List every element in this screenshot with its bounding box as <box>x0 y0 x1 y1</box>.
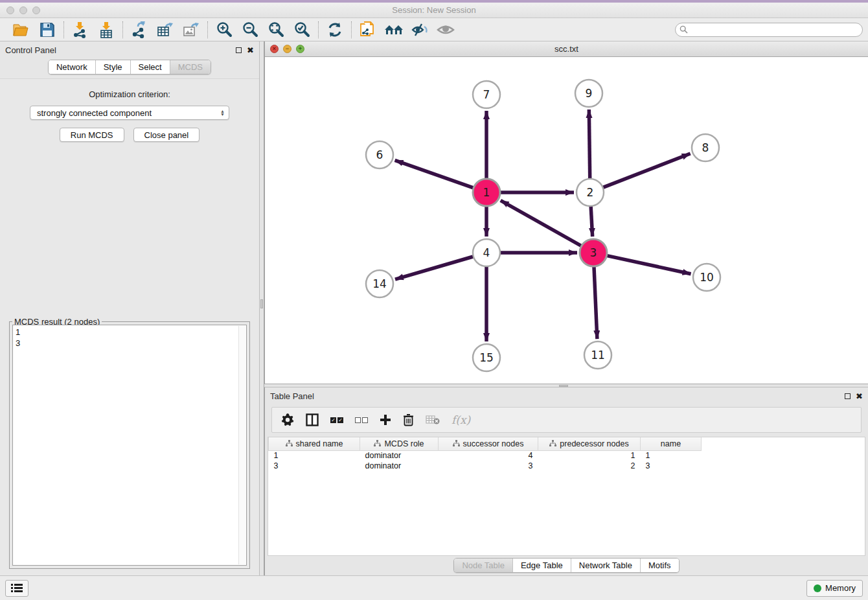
window-traffic-lights[interactable] <box>6 3 40 17</box>
graph-edge-3-10[interactable] <box>604 255 691 274</box>
first-neighbors-button[interactable] <box>384 21 404 39</box>
column-header-predecessor-nodes[interactable]: predecessor nodes <box>538 437 641 450</box>
search-container <box>675 23 863 37</box>
list-icon <box>11 583 23 593</box>
graph-node-label: 14 <box>372 277 387 290</box>
tab-node-table[interactable]: Node Table <box>454 559 513 572</box>
splitter-grip[interactable] <box>559 385 568 387</box>
save-session-icon <box>40 23 54 37</box>
status-bar: Memory <box>0 575 868 600</box>
add-column-icon[interactable] <box>380 414 391 426</box>
float-panel-icon[interactable] <box>236 47 242 53</box>
splitter-grip[interactable] <box>260 299 263 308</box>
maximize-window-icon[interactable] <box>32 6 40 14</box>
graph-edge-3-11[interactable] <box>594 264 597 339</box>
float-panel-icon[interactable] <box>845 393 851 399</box>
tab-network[interactable]: Network <box>49 60 96 74</box>
memory-button[interactable]: Memory <box>806 580 863 597</box>
function-builder-icon[interactable]: f(x) <box>451 413 470 426</box>
delete-column-icon[interactable] <box>403 413 414 426</box>
export-table-icon <box>157 21 174 38</box>
graph-node-9[interactable]: 9 <box>575 80 602 107</box>
graph-edge-3-1[interactable] <box>501 200 584 247</box>
graph-node-11[interactable]: 11 <box>584 341 611 369</box>
graph-node-15[interactable]: 15 <box>473 344 500 371</box>
tab-mcds[interactable]: MCDS <box>170 60 211 74</box>
graph-edge-1-6[interactable] <box>395 160 476 189</box>
graph-node-3[interactable]: 3 <box>580 239 607 266</box>
close-panel-button[interactable]: Close panel <box>133 128 200 142</box>
network-graph[interactable]: 7968124314101511 <box>265 57 867 384</box>
import-network-button[interactable] <box>71 21 90 39</box>
tab-motifs[interactable]: Motifs <box>641 559 679 572</box>
network-close-icon[interactable]: × <box>270 45 279 53</box>
table-row[interactable]: 3 dominator 3 2 3 <box>269 461 702 471</box>
export-table-button[interactable] <box>155 21 175 39</box>
tab-edge-table[interactable]: Edge Table <box>513 559 571 572</box>
close-window-icon[interactable] <box>6 6 14 14</box>
gear-icon[interactable] <box>281 413 294 426</box>
graph-node-7[interactable]: 7 <box>473 81 500 108</box>
control-panel-tabs: Network Style Select MCDS <box>0 58 259 75</box>
window-titlebar: Session: New Session <box>0 0 868 18</box>
network-maximize-icon[interactable]: + <box>296 45 304 53</box>
graph-node-1[interactable]: 1 <box>473 179 500 206</box>
copy-network-button[interactable] <box>358 21 378 39</box>
tab-select[interactable]: Select <box>131 60 170 74</box>
result-scrollbar[interactable] <box>238 326 246 564</box>
select-all-icon[interactable]: ✓✓ <box>330 417 343 423</box>
graph-node-2[interactable]: 2 <box>577 179 604 206</box>
vertical-splitter[interactable] <box>259 41 264 575</box>
mcds-result-list[interactable]: 1 3 <box>12 325 247 566</box>
column-header-mcds-role[interactable]: MCDS role <box>360 437 439 450</box>
birds-eye-button[interactable] <box>436 21 455 39</box>
table-panel-title: Table Panel <box>270 391 314 401</box>
deselect-all-icon[interactable] <box>355 417 368 423</box>
column-chooser-icon[interactable] <box>306 413 319 426</box>
graph-edge-2-3[interactable] <box>591 203 593 237</box>
apply-layout-button[interactable] <box>325 21 345 39</box>
graph-node-10[interactable]: 10 <box>693 264 720 291</box>
zoom-out-button[interactable] <box>240 21 260 39</box>
graph-node-label: 2 <box>587 186 594 199</box>
zoom-selected-button[interactable] <box>292 21 312 39</box>
search-input[interactable] <box>675 23 863 37</box>
main-toolbar <box>0 18 868 41</box>
tab-network-table[interactable]: Network Table <box>571 559 641 572</box>
zoom-in-button[interactable] <box>214 21 234 39</box>
table-tabs: Node Table Edge Table Network Table Moti… <box>265 556 868 575</box>
zoom-fit-button[interactable] <box>266 21 286 39</box>
column-header-successor-nodes[interactable]: successor nodes <box>439 437 538 450</box>
table-row[interactable]: 1 dominator 4 1 1 <box>269 450 702 461</box>
import-table-button[interactable] <box>97 21 116 39</box>
column-header-shared-name[interactable]: shared name <box>269 437 360 450</box>
save-session-button[interactable] <box>38 21 57 39</box>
graph-node-14[interactable]: 14 <box>366 270 393 297</box>
export-image-button[interactable] <box>181 21 201 39</box>
export-network-button[interactable] <box>130 21 149 39</box>
run-mcds-button[interactable]: Run MCDS <box>60 128 124 142</box>
table-panel-header: Table Panel ✖ <box>265 387 868 404</box>
open-session-button[interactable] <box>12 21 31 39</box>
minimize-window-icon[interactable] <box>19 6 27 14</box>
graph-node-6[interactable]: 6 <box>366 141 393 168</box>
column-header-name[interactable]: name <box>641 437 702 450</box>
hide-graphics-button[interactable] <box>410 21 429 39</box>
horizontal-splitter[interactable] <box>264 384 868 387</box>
network-minimize-icon[interactable]: − <box>283 45 291 53</box>
optimization-select[interactable]: strongly connected component ▲▼ <box>30 106 229 120</box>
graph-edge-2-9[interactable] <box>589 110 589 181</box>
graph-node-4[interactable]: 4 <box>473 239 500 266</box>
refresh-icon <box>326 21 343 38</box>
tab-style[interactable]: Style <box>96 60 131 74</box>
graph-edge-4-14[interactable] <box>395 256 476 279</box>
import-network-icon <box>73 21 88 38</box>
command-panel-button[interactable] <box>5 580 29 597</box>
node-table[interactable]: shared name <box>268 437 865 556</box>
delete-table-icon[interactable] <box>426 415 440 425</box>
graph-edge-2-8[interactable] <box>600 154 691 189</box>
close-panel-icon[interactable]: ✖ <box>856 392 863 400</box>
network-canvas[interactable]: 7968124314101511 <box>265 57 868 384</box>
graph-node-8[interactable]: 8 <box>692 134 719 161</box>
close-panel-icon[interactable]: ✖ <box>247 46 254 54</box>
